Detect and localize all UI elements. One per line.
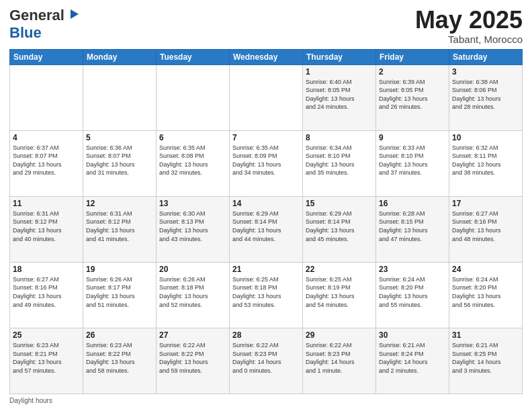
calendar-cell: 13Sunrise: 6:30 AM Sunset: 8:13 PM Dayli… <box>157 196 230 262</box>
calendar-cell: 5Sunrise: 6:36 AM Sunset: 8:07 PM Daylig… <box>83 130 157 196</box>
day-number: 17 <box>452 199 519 208</box>
day-info: Sunrise: 6:22 AM Sunset: 8:22 PM Dayligh… <box>159 341 226 375</box>
calendar-cell: 29Sunrise: 6:22 AM Sunset: 8:23 PM Dayli… <box>303 328 376 394</box>
header: General Blue May 2025 Tabant, Morocco <box>9 7 523 45</box>
calendar-cell <box>230 64 303 130</box>
calendar-cell: 10Sunrise: 6:32 AM Sunset: 8:11 PM Dayli… <box>449 130 523 196</box>
day-info: Sunrise: 6:21 AM Sunset: 8:25 PM Dayligh… <box>452 341 519 375</box>
calendar-cell: 16Sunrise: 6:28 AM Sunset: 8:15 PM Dayli… <box>376 196 449 262</box>
calendar-cell: 23Sunrise: 6:24 AM Sunset: 8:20 PM Dayli… <box>376 262 449 328</box>
logo-blue-text: Blue <box>9 24 42 41</box>
day-number: 4 <box>13 133 80 142</box>
calendar-cell: 17Sunrise: 6:27 AM Sunset: 8:16 PM Dayli… <box>449 196 523 262</box>
day-number: 22 <box>306 265 373 274</box>
calendar-cell: 19Sunrise: 6:26 AM Sunset: 8:17 PM Dayli… <box>83 262 157 328</box>
calendar-week-3: 11Sunrise: 6:31 AM Sunset: 8:12 PM Dayli… <box>10 196 523 262</box>
calendar-cell: 14Sunrise: 6:29 AM Sunset: 8:14 PM Dayli… <box>230 196 303 262</box>
day-number: 8 <box>306 133 373 142</box>
day-info: Sunrise: 6:26 AM Sunset: 8:17 PM Dayligh… <box>86 275 153 309</box>
day-number: 6 <box>159 133 226 142</box>
day-number: 7 <box>232 133 300 142</box>
calendar-title: May 2025 <box>415 7 523 34</box>
page: General Blue May 2025 Tabant, Morocco Su… <box>0 0 532 411</box>
calendar-cell <box>157 64 230 130</box>
col-friday: Friday <box>376 49 449 64</box>
col-wednesday: Wednesday <box>230 49 303 64</box>
calendar-cell: 1Sunrise: 6:40 AM Sunset: 8:05 PM Daylig… <box>303 64 376 130</box>
day-info: Sunrise: 6:31 AM Sunset: 8:12 PM Dayligh… <box>86 210 153 243</box>
day-number: 12 <box>86 199 153 208</box>
calendar-cell: 7Sunrise: 6:35 AM Sunset: 8:09 PM Daylig… <box>230 130 303 196</box>
day-number: 31 <box>452 330 519 340</box>
day-number: 16 <box>379 199 446 208</box>
calendar-cell: 30Sunrise: 6:21 AM Sunset: 8:24 PM Dayli… <box>376 328 449 394</box>
logo-triangle-icon <box>65 7 80 21</box>
day-number: 1 <box>306 67 373 77</box>
calendar-cell: 20Sunrise: 6:26 AM Sunset: 8:18 PM Dayli… <box>157 262 230 328</box>
calendar-cell <box>10 64 83 130</box>
day-number: 21 <box>232 265 300 274</box>
calendar-cell: 26Sunrise: 6:23 AM Sunset: 8:22 PM Dayli… <box>83 328 157 394</box>
day-info: Sunrise: 6:37 AM Sunset: 8:07 PM Dayligh… <box>13 144 80 177</box>
day-number: 24 <box>452 265 519 274</box>
calendar-cell: 6Sunrise: 6:35 AM Sunset: 8:08 PM Daylig… <box>157 130 230 196</box>
title-block: May 2025 Tabant, Morocco <box>415 7 523 45</box>
day-info: Sunrise: 6:21 AM Sunset: 8:24 PM Dayligh… <box>379 341 446 375</box>
day-info: Sunrise: 6:22 AM Sunset: 8:23 PM Dayligh… <box>306 341 373 375</box>
calendar-cell: 28Sunrise: 6:22 AM Sunset: 8:23 PM Dayli… <box>230 328 303 394</box>
svg-marker-0 <box>71 9 79 19</box>
day-info: Sunrise: 6:33 AM Sunset: 8:10 PM Dayligh… <box>379 144 446 177</box>
day-number: 9 <box>379 133 446 142</box>
day-info: Sunrise: 6:29 AM Sunset: 8:14 PM Dayligh… <box>232 210 300 243</box>
calendar-location: Tabant, Morocco <box>415 34 523 45</box>
day-info: Sunrise: 6:27 AM Sunset: 8:16 PM Dayligh… <box>13 275 80 309</box>
day-number: 29 <box>306 330 373 340</box>
calendar-week-5: 25Sunrise: 6:23 AM Sunset: 8:21 PM Dayli… <box>10 328 523 394</box>
day-number: 11 <box>13 199 80 208</box>
day-info: Sunrise: 6:35 AM Sunset: 8:08 PM Dayligh… <box>159 144 226 177</box>
calendar-cell: 2Sunrise: 6:39 AM Sunset: 8:05 PM Daylig… <box>376 64 449 130</box>
day-info: Sunrise: 6:24 AM Sunset: 8:20 PM Dayligh… <box>379 275 446 309</box>
day-info: Sunrise: 6:28 AM Sunset: 8:15 PM Dayligh… <box>379 210 446 243</box>
day-info: Sunrise: 6:32 AM Sunset: 8:11 PM Dayligh… <box>452 144 519 177</box>
calendar-week-4: 18Sunrise: 6:27 AM Sunset: 8:16 PM Dayli… <box>10 262 523 328</box>
calendar-cell <box>83 64 157 130</box>
day-info: Sunrise: 6:35 AM Sunset: 8:09 PM Dayligh… <box>232 144 300 177</box>
day-number: 13 <box>159 199 226 208</box>
logo-general-text: General <box>9 7 64 24</box>
day-info: Sunrise: 6:27 AM Sunset: 8:16 PM Dayligh… <box>452 210 519 243</box>
day-info: Sunrise: 6:34 AM Sunset: 8:10 PM Dayligh… <box>306 144 373 177</box>
col-saturday: Saturday <box>449 49 523 64</box>
day-info: Sunrise: 6:38 AM Sunset: 8:06 PM Dayligh… <box>452 78 519 111</box>
col-tuesday: Tuesday <box>157 49 230 64</box>
footer: Daylight hours <box>9 397 523 404</box>
day-info: Sunrise: 6:23 AM Sunset: 8:22 PM Dayligh… <box>86 341 153 375</box>
calendar-table: Sunday Monday Tuesday Wednesday Thursday… <box>9 49 523 394</box>
daylight-hours-label: Daylight hours <box>9 397 52 404</box>
calendar-cell: 27Sunrise: 6:22 AM Sunset: 8:22 PM Dayli… <box>157 328 230 394</box>
day-number: 27 <box>159 330 226 340</box>
header-row: Sunday Monday Tuesday Wednesday Thursday… <box>10 49 523 64</box>
day-info: Sunrise: 6:23 AM Sunset: 8:21 PM Dayligh… <box>13 341 80 375</box>
day-info: Sunrise: 6:26 AM Sunset: 8:18 PM Dayligh… <box>159 275 226 309</box>
calendar-cell: 22Sunrise: 6:25 AM Sunset: 8:19 PM Dayli… <box>303 262 376 328</box>
day-number: 15 <box>306 199 373 208</box>
day-info: Sunrise: 6:30 AM Sunset: 8:13 PM Dayligh… <box>159 210 226 243</box>
day-number: 2 <box>379 67 446 77</box>
calendar-cell: 11Sunrise: 6:31 AM Sunset: 8:12 PM Dayli… <box>10 196 83 262</box>
day-number: 19 <box>86 265 153 274</box>
calendar-week-2: 4Sunrise: 6:37 AM Sunset: 8:07 PM Daylig… <box>10 130 523 196</box>
day-info: Sunrise: 6:24 AM Sunset: 8:20 PM Dayligh… <box>452 275 519 309</box>
day-number: 30 <box>379 330 446 340</box>
day-info: Sunrise: 6:22 AM Sunset: 8:23 PM Dayligh… <box>232 341 300 375</box>
col-thursday: Thursday <box>303 49 376 64</box>
calendar-cell: 25Sunrise: 6:23 AM Sunset: 8:21 PM Dayli… <box>10 328 83 394</box>
calendar-cell: 24Sunrise: 6:24 AM Sunset: 8:20 PM Dayli… <box>449 262 523 328</box>
day-number: 5 <box>86 133 153 142</box>
day-number: 23 <box>379 265 446 274</box>
day-number: 28 <box>232 330 300 340</box>
col-monday: Monday <box>83 49 157 64</box>
day-info: Sunrise: 6:25 AM Sunset: 8:18 PM Dayligh… <box>232 275 300 309</box>
calendar-cell: 15Sunrise: 6:29 AM Sunset: 8:14 PM Dayli… <box>303 196 376 262</box>
calendar-cell: 21Sunrise: 6:25 AM Sunset: 8:18 PM Dayli… <box>230 262 303 328</box>
